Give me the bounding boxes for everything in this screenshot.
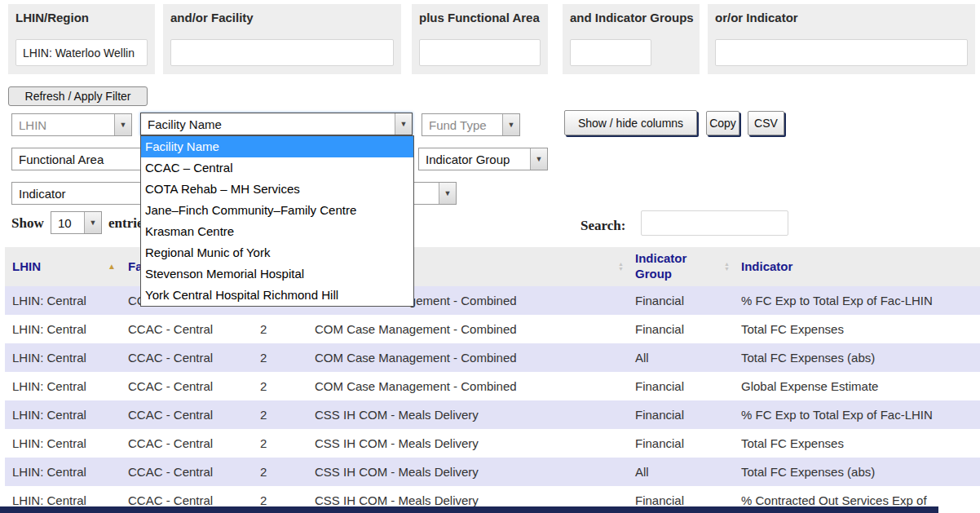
column-header-indicator-group[interactable]: Indicator Group ▲▼	[628, 247, 734, 286]
table-row: LHIN: Central CCAC - Central 2 CSS IH CO…	[5, 429, 980, 458]
cell-lhin: LHIN: Central	[5, 315, 121, 343]
filter-panel-lhin-region: LHIN/Region	[8, 4, 155, 74]
show-hide-columns-button[interactable]: Show / hide columns	[564, 110, 697, 135]
cell-indicator: Total FC Expenses (abs)	[734, 458, 980, 486]
column-header-indicator-group-label: Indicator Group	[635, 251, 686, 281]
table-row: LHIN: Central CCAC - Central 2 COM Case …	[5, 372, 980, 400]
table-row: LHIN: Central CCAC - Central 2 CSS IH CO…	[5, 458, 980, 486]
table-row: LHIN: Central CCAC - Central 2 COM Case …	[5, 343, 980, 372]
cell-functional-area: CSS IH COM - Meals Delivery	[307, 458, 628, 486]
cell-count: 2	[253, 458, 307, 486]
dropdown-option-york-central-hospital[interactable]: York Central Hospital Richmond Hill	[141, 285, 413, 306]
dropdown-option-krasman-centre[interactable]: Krasman Centre	[141, 221, 413, 242]
dropdown-option-facility-name[interactable]: Facility Name	[141, 136, 413, 157]
cell-count: 2	[253, 400, 307, 429]
refresh-apply-filter-button[interactable]: Refresh / Apply Filter	[8, 86, 148, 106]
cell-lhin: LHIN: Central	[5, 400, 121, 429]
fund-type-select[interactable]: Fund Type ▼	[422, 113, 520, 136]
table-row: LHIN: Central CCAC - Central 2 CSS IH CO…	[5, 400, 980, 429]
facility-dropdown-list: Facility Name CCAC – Central COTA Rehab …	[140, 135, 414, 307]
cell-indicator: % FC Exp to Total Exp of Fac-LHIN	[734, 400, 980, 429]
chevron-down-icon: ▼	[84, 212, 101, 233]
facility-name-select[interactable]: Facility Name ▼	[140, 113, 413, 135]
cell-indicator: Global Expense Estimate	[734, 372, 980, 400]
cell-indicator: % FC Exp to Total Exp of Fac-LHIN	[734, 286, 980, 315]
csv-button[interactable]: CSV	[748, 111, 784, 135]
dropdown-option-stevenson-memorial[interactable]: Stevenson Memorial Hospital	[141, 263, 413, 285]
chevron-down-icon: ▼	[114, 114, 131, 135]
indicator-filter-label: or/or Indicator	[715, 11, 968, 24]
copy-button[interactable]: Copy	[706, 111, 739, 135]
lhin-select[interactable]: LHIN ▼	[11, 113, 132, 136]
cell-functional-area: CSS IH COM - Meals Delivery	[307, 429, 628, 458]
fund-type-select-value: Fund Type	[422, 114, 502, 135]
cell-functional-area: COM Case Management - Combined	[307, 315, 628, 343]
facility-filter-input[interactable]	[170, 39, 394, 66]
sort-ascending-icon: ▲	[108, 262, 116, 272]
column-header-indicator[interactable]: Indicator	[734, 247, 980, 286]
functional-area-filter-input[interactable]	[419, 39, 541, 66]
chevron-down-icon: ▼	[395, 113, 412, 135]
cell-indicator-group: Financial	[628, 372, 734, 400]
sort-icon: ▲▼	[724, 262, 730, 272]
filter-panel-functional-area: plus Functional Area	[412, 4, 548, 74]
dropdown-option-jane-finch[interactable]: Jane–Finch Community–Family Centre	[141, 200, 413, 221]
facility-name-select-value: Facility Name	[141, 113, 395, 135]
chevron-down-icon: ▼	[439, 183, 456, 204]
cell-indicator: Total FC Expenses	[734, 429, 980, 458]
cell-functional-area: COM Case Management - Combined	[307, 343, 628, 372]
search-label: Search:	[580, 218, 625, 234]
filter-panel-indicator-groups: and Indicator Groups	[563, 4, 700, 74]
cell-lhin: LHIN: Central	[5, 429, 121, 458]
cell-indicator-group: Financial	[628, 429, 734, 458]
show-label: Show	[11, 215, 44, 232]
column-header-lhin-label: LHIN	[12, 259, 41, 273]
chevron-down-icon: ▼	[530, 148, 547, 170]
dropdown-option-ccac-central[interactable]: CCAC – Central	[141, 157, 413, 179]
filter-panel-facility: and/or Facility	[163, 4, 401, 74]
column-header-indicator-label: Indicator	[741, 259, 792, 273]
search-input[interactable]	[641, 210, 788, 236]
cell-indicator: Total FC Expenses (abs)	[734, 343, 980, 372]
facility-filter-label: and/or Facility	[170, 11, 394, 24]
page-size-select-value: 10	[51, 212, 84, 233]
cell-count: 2	[253, 429, 307, 458]
cell-count: 2	[253, 372, 307, 400]
column-header-lhin[interactable]: LHIN ▲	[5, 247, 121, 286]
filter-panel-indicator: or/or Indicator	[708, 4, 975, 74]
indicator-filter-input[interactable]	[715, 39, 968, 66]
cell-indicator: Total FC Expenses	[734, 315, 980, 343]
cell-functional-area: COM Case Management - Combined	[307, 372, 628, 400]
cell-facility: CCAC - Central	[121, 343, 253, 372]
functional-area-filter-label: plus Functional Area	[419, 11, 541, 24]
app-root: LHIN/Region and/or Facility plus Functio…	[0, 0, 980, 513]
indicator-groups-filter-input[interactable]	[570, 39, 651, 66]
lhin-select-value: LHIN	[12, 114, 114, 135]
sort-icon: ▲▼	[618, 262, 624, 272]
bottom-bar	[0, 506, 938, 513]
cell-indicator-group: Financial	[628, 315, 734, 343]
page-size-select[interactable]: 10 ▼	[51, 211, 102, 234]
cell-functional-area: CSS IH COM - Meals Delivery	[307, 400, 628, 429]
lhin-region-filter-input[interactable]	[15, 39, 148, 66]
cell-lhin: LHIN: Central	[5, 343, 121, 372]
cell-facility: CCAC - Central	[121, 400, 253, 429]
cell-indicator-group: Financial	[628, 286, 734, 315]
cell-indicator-group: All	[628, 458, 734, 486]
cell-facility: CCAC - Central	[121, 429, 253, 458]
dropdown-option-cota-rehab[interactable]: COTA Rehab – MH Services	[141, 179, 413, 200]
cell-facility: CCAC - Central	[121, 458, 253, 486]
indicator-group-select-value: Indicator Group	[419, 148, 530, 170]
dropdown-option-regional-munic-york[interactable]: Regional Munic of York	[141, 242, 413, 263]
cell-lhin: LHIN: Central	[5, 458, 121, 486]
cell-indicator-group: All	[628, 343, 734, 372]
cell-facility: CCAC - Central	[121, 315, 253, 343]
cell-facility: CCAC - Central	[121, 372, 253, 400]
cell-indicator-group: Financial	[628, 400, 734, 429]
lhin-region-label: LHIN/Region	[15, 11, 148, 24]
cell-lhin: LHIN: Central	[5, 372, 121, 400]
indicator-group-select[interactable]: Indicator Group ▼	[418, 148, 548, 170]
cell-lhin: LHIN: Central	[5, 286, 121, 315]
indicator-groups-filter-label: and Indicator Groups	[570, 11, 692, 24]
table-row: LHIN: Central CCAC - Central 2 COM Case …	[5, 315, 980, 343]
